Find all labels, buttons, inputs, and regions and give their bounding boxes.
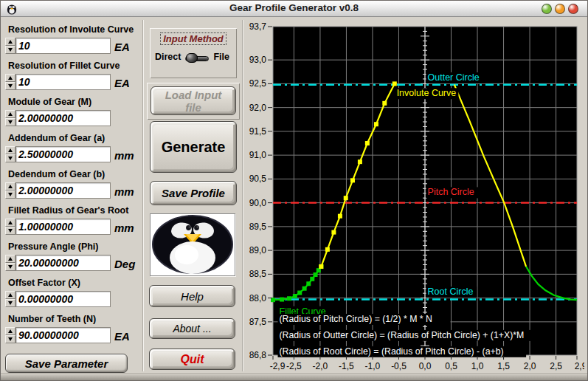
parameter-input[interactable] <box>15 182 111 199</box>
spinner-down-icon[interactable] <box>5 46 15 54</box>
x-axis-tick-label: -1,5 <box>339 361 354 371</box>
window-button-minimize[interactable] <box>542 4 552 14</box>
spinner-down-icon[interactable] <box>5 227 15 235</box>
spinner-up-icon[interactable] <box>5 110 15 118</box>
parameter-label: Dedendum of Gear (b) <box>8 169 142 179</box>
y-axis-tick-label: 88,0 <box>249 293 267 303</box>
value-spinner[interactable] <box>5 110 15 126</box>
parameter-label: Module of Gear (M) <box>8 97 142 107</box>
parameter-input[interactable] <box>15 291 111 307</box>
spinner-up-icon[interactable] <box>5 182 15 190</box>
window-button-maximize[interactable] <box>555 4 565 14</box>
parameter-input[interactable] <box>15 255 111 271</box>
data-marker <box>331 230 336 235</box>
chart-text: (Radius of Outter Circle) = (Radius of P… <box>280 330 525 340</box>
y-axis-tick-label: 92,5 <box>249 78 267 89</box>
data-marker <box>314 272 318 277</box>
x-axis-tick-label: -2,9 <box>270 361 286 371</box>
spinner-down-icon[interactable] <box>5 118 15 126</box>
x-axis-tick-label: 0,0 <box>419 361 432 371</box>
x-axis-tick-label: 2,0 <box>524 361 536 371</box>
help-button[interactable]: Help <box>149 285 235 307</box>
quit-button[interactable]: Quit <box>149 349 235 370</box>
spinner-down-icon[interactable] <box>5 299 15 307</box>
chart-text: Outter Circle <box>428 72 480 83</box>
x-axis-tick-label: 0,5 <box>445 361 457 371</box>
spinner-up-icon[interactable] <box>5 255 15 263</box>
value-spinner[interactable] <box>5 146 15 162</box>
x-axis-tick-label: -2,5 <box>286 361 302 371</box>
save-profile-button[interactable]: Save Profile <box>150 181 237 205</box>
y-axis-tick-label: 89,5 <box>249 222 267 232</box>
value-spinner[interactable] <box>5 255 15 271</box>
spinner-up-icon[interactable] <box>5 219 15 227</box>
data-marker <box>382 101 387 106</box>
chart-text: Pitch Circle <box>428 187 474 197</box>
data-marker <box>325 247 330 252</box>
data-marker <box>310 277 314 281</box>
divider <box>242 20 243 371</box>
xy-graph-svg: Outter CircleInvolute CurvePitch CircleR… <box>245 19 584 374</box>
spinner-down-icon[interactable] <box>5 82 15 90</box>
spinner-down-icon[interactable] <box>5 335 15 343</box>
save-parameter-button[interactable]: Save Parameter <box>5 354 128 373</box>
chart-text: Involute Curve <box>397 88 457 98</box>
generate-button[interactable]: Generate <box>150 121 237 173</box>
value-spinner[interactable] <box>5 38 15 54</box>
y-axis-tick-label: 90,0 <box>249 198 267 208</box>
parameter-input[interactable] <box>15 110 111 126</box>
data-marker <box>374 122 378 126</box>
data-marker <box>319 264 323 269</box>
chart-text: (Radius of Root Circle) = (Radius of Pit… <box>280 346 504 357</box>
y-axis-tick-label: 88,5 <box>249 269 267 279</box>
spinner-up-icon[interactable] <box>5 291 15 299</box>
spinner-down-icon[interactable] <box>5 263 15 271</box>
data-marker <box>297 291 302 295</box>
value-spinner[interactable] <box>5 182 15 199</box>
spinner-up-icon[interactable] <box>5 146 15 154</box>
input-method-option-file[interactable]: File <box>213 52 229 62</box>
y-axis-tick-label: 91,5 <box>249 126 267 137</box>
input-method-toggle[interactable] <box>185 52 209 64</box>
chart-text: (Radius of Pitch Circle) = (1/2) * M * N <box>280 314 432 324</box>
parameter-input[interactable] <box>15 219 111 235</box>
data-marker <box>338 214 342 219</box>
data-marker <box>350 178 355 182</box>
tux-logo-image <box>150 213 235 276</box>
value-spinner[interactable] <box>5 327 15 343</box>
x-axis-tick-label: -2,0 <box>313 361 328 371</box>
x-axis-tick-label: 2,5 <box>550 361 562 371</box>
title-bar[interactable]: Gear Profile Generator v0.8 <box>1 1 587 17</box>
parameter-label: Fillet Radius of Gear's Root <box>8 205 142 216</box>
parameter-label: Resolution of Fillet Curve <box>8 61 142 71</box>
input-method-option-direct[interactable]: Direct <box>155 52 181 62</box>
x-axis-tick-label: 1,5 <box>497 361 510 371</box>
input-method-label: Input Method <box>160 32 226 45</box>
data-marker <box>302 286 307 291</box>
y-axis-tick-label: 86,8 <box>249 350 267 360</box>
spinner-down-icon[interactable] <box>5 190 15 199</box>
parameter-input[interactable] <box>15 74 111 90</box>
value-spinner[interactable] <box>5 219 15 235</box>
y-axis-tick-label: 93,7 <box>249 21 267 32</box>
window-button-close[interactable] <box>568 4 578 14</box>
x-axis-tick-label: -0,5 <box>391 361 407 371</box>
spinner-up-icon[interactable] <box>5 74 15 82</box>
value-spinner[interactable] <box>5 74 15 90</box>
spinner-down-icon[interactable] <box>5 154 15 162</box>
value-spinner[interactable] <box>5 291 15 307</box>
spinner-up-icon[interactable] <box>5 327 15 335</box>
chart-text: Root Circle <box>428 286 474 297</box>
spinner-up-icon[interactable] <box>5 38 15 46</box>
gear-profile-graph: Outter CircleInvolute CurvePitch CircleR… <box>245 19 584 374</box>
data-marker <box>358 159 362 164</box>
about-button[interactable]: About ... <box>149 318 235 339</box>
load-input-file-button[interactable]: Load Input file <box>151 86 236 115</box>
parameter-input[interactable] <box>15 146 111 162</box>
parameter-input[interactable] <box>15 38 111 54</box>
y-axis-tick-label: 91,0 <box>249 150 267 160</box>
toggle-knob[interactable] <box>186 53 198 63</box>
input-method-panel: Input Method Direct File <box>150 28 237 78</box>
x-axis-tick-label: -1,0 <box>365 361 381 371</box>
parameter-input[interactable] <box>15 327 111 343</box>
